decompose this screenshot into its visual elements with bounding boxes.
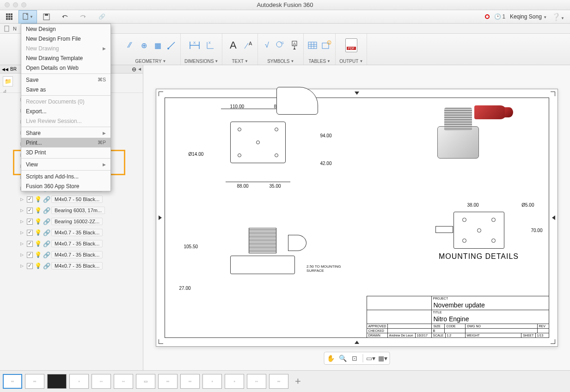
minimize-dot[interactable] xyxy=(13,2,18,7)
sheet-thumb[interactable]: ▫▫ xyxy=(180,374,200,389)
sheet-thumb[interactable]: ◦◦ xyxy=(114,374,133,389)
top-view: 110.00 82.00 94.00 42.00 Ø14.00 88.00 35… xyxy=(202,108,313,163)
menu-item: Live Review Session... xyxy=(21,116,110,126)
svg-point-4 xyxy=(167,48,169,49)
text-icon[interactable]: A xyxy=(226,38,240,52)
menu-item[interactable]: Scripts and Add-Ins... xyxy=(21,172,110,181)
sheet-thumb[interactable]: ▭ xyxy=(136,374,155,389)
center-mark-icon[interactable]: ⊕ xyxy=(139,38,149,52)
tree-row[interactable]: ▷💡🔗M4x0.7 - 35 Black... xyxy=(0,249,143,260)
zoom-dot[interactable] xyxy=(21,2,26,7)
traffic-lights xyxy=(0,2,26,7)
svg-rect-12 xyxy=(308,42,317,49)
surface-icon[interactable]: √ xyxy=(262,38,272,52)
data-panel-icon[interactable] xyxy=(0,10,18,24)
menu-item[interactable]: Share▶ xyxy=(21,128,110,138)
line-icon[interactable]: ∕∕ xyxy=(125,38,135,52)
ordinate-icon[interactable]: X xyxy=(205,38,215,52)
tree-row[interactable]: ▷💡🔗Bearing 6003, 17m... xyxy=(0,205,143,216)
quick-access-toolbar: ▼ 🔗 🕑1 Keqing Song ▼ ❔▼ xyxy=(0,10,570,24)
help-icon[interactable]: ❔▼ xyxy=(552,12,564,21)
tree-row[interactable]: ▷💡🔗M4x0.7 - 35 Black... xyxy=(0,238,143,249)
isometric-view xyxy=(428,103,530,163)
ribbon-group-output: OUTPUT▼ xyxy=(336,34,367,65)
sheet-thumb[interactable] xyxy=(47,374,67,389)
menu-item[interactable]: Save as xyxy=(21,85,110,94)
svg-text:X: X xyxy=(208,41,211,44)
tree-row[interactable]: ▷💡🔗M4x0.7 - 50 Black... xyxy=(0,194,143,205)
menu-item[interactable]: Save⌘S xyxy=(21,75,110,85)
menu-item[interactable]: Fusion 360 App Store xyxy=(21,181,110,191)
sheet-thumb[interactable]: ▫▫ xyxy=(158,374,178,389)
drawing-canvas[interactable]: 110.00 82.00 94.00 42.00 Ø14.00 88.00 35… xyxy=(143,65,570,370)
recent-icon[interactable]: 🕑1 xyxy=(494,13,505,20)
menu-item[interactable]: New Drawing Template xyxy=(21,53,110,63)
menu-item[interactable]: Open Details on Web xyxy=(21,63,110,73)
tree-row[interactable]: ▷💡🔗M4x0.7 - 35 Black... xyxy=(0,227,143,238)
save-icon[interactable] xyxy=(37,10,55,24)
ribbon-group-tables: 1 TABLES▼ xyxy=(304,34,336,65)
leader-text-icon[interactable]: A xyxy=(244,38,254,52)
undo-icon[interactable] xyxy=(55,10,74,24)
nav-toolbar: ✋ 🔍 ⊡ ▭▾ ▦▾ xyxy=(324,352,390,365)
ribbon-group-geometry: ∕∕ ⊕ ▦ GEOMETRY▼ xyxy=(121,34,181,65)
mounting-view: 38.00 Ø5.00 70.00 MOUNTING DETAILS xyxy=(428,205,530,261)
title-block: PROJECT November update TITLE Nitro Engi… xyxy=(367,296,549,338)
zoom-icon[interactable]: 🔍 xyxy=(337,353,348,363)
display-icon[interactable]: ▭▾ xyxy=(365,353,376,363)
drawing-sheet: 110.00 82.00 94.00 42.00 Ø14.00 88.00 35… xyxy=(156,89,558,347)
add-sheet-button[interactable]: + xyxy=(291,375,305,387)
balloon-table-icon[interactable]: 1 xyxy=(321,38,331,52)
svg-text:1: 1 xyxy=(328,41,330,44)
record-icon[interactable] xyxy=(485,14,490,19)
sheet-thumb[interactable]: ▫ xyxy=(69,374,89,389)
ribbon-group-text: A A TEXT▼ xyxy=(222,34,258,65)
svg-rect-2 xyxy=(45,14,48,16)
ribbon-group-dimensions: X X DIMENSIONS▼ xyxy=(181,34,222,65)
pan-icon[interactable]: ✋ xyxy=(325,353,336,363)
sheet-thumb[interactable]: ◦◦ xyxy=(92,374,111,389)
center-pattern-icon[interactable]: ▦ xyxy=(153,38,163,52)
dimension-icon[interactable]: X xyxy=(188,38,202,52)
folder-icon[interactable]: 📁 xyxy=(3,76,13,86)
close-dot[interactable] xyxy=(5,2,10,7)
menu-item[interactable]: Export... xyxy=(21,106,110,116)
window-titlebar: Autodesk Fusion 360 xyxy=(0,0,570,10)
sheet-thumb[interactable]: ▫▫ xyxy=(3,374,22,389)
datum-target-icon[interactable]: +1 xyxy=(276,38,286,52)
sheet-thumb[interactable]: ▫▫ xyxy=(269,374,288,389)
file-menu-button[interactable]: ▼ xyxy=(18,10,37,24)
sheet-thumbnails: ▫▫ ▫▫ ▫ ◦◦ ◦◦ ▭ ▫▫ ▫▫ ▫ ▫ ◦◦ ▫▫ + xyxy=(0,370,570,392)
link-icon[interactable]: 🔗 xyxy=(92,10,111,24)
redo-icon[interactable] xyxy=(74,10,92,24)
sheet-thumb[interactable]: ▫▫ xyxy=(25,374,44,389)
menu-item: New Drawing▶ xyxy=(21,43,110,53)
svg-text:+1: +1 xyxy=(280,41,284,44)
edge-ext-icon[interactable] xyxy=(166,38,177,52)
table-icon[interactable] xyxy=(307,38,318,52)
sheet-thumb[interactable]: ▫ xyxy=(225,374,244,389)
mounting-title: MOUNTING DETAILS xyxy=(428,252,530,261)
menu-item[interactable]: View▶ xyxy=(21,159,110,169)
svg-text:A: A xyxy=(293,42,296,46)
menu-item: Recover Documents (0) xyxy=(21,97,110,106)
tree-row[interactable]: ▷💡🔗Bearing 16002-2Z... xyxy=(0,216,143,227)
pdf-icon[interactable] xyxy=(344,38,358,52)
tree-row[interactable]: ▷💡🔗M4x0.7 - 35 Black... xyxy=(0,260,143,271)
front-view: 105.50 27.00 2.50 TO MOUNTING SURFACE xyxy=(184,223,318,279)
datum-id-icon[interactable]: A xyxy=(289,38,300,52)
file-menu-dropdown: New DesignNew Design From FileNew Drawin… xyxy=(21,24,111,191)
sheet-thumb[interactable]: ▫ xyxy=(202,374,222,389)
grid-snap-icon[interactable]: ▦▾ xyxy=(377,353,388,363)
document-icon xyxy=(4,25,10,32)
menu-item[interactable]: Print...⌘P xyxy=(21,138,110,147)
menu-item[interactable]: New Design xyxy=(21,24,110,34)
menu-item[interactable]: New Design From File xyxy=(21,34,110,43)
menu-item[interactable]: 3D Print xyxy=(21,147,110,157)
sheet-thumb[interactable]: ◦◦ xyxy=(247,374,266,389)
zoom-window-icon[interactable]: ⊡ xyxy=(349,353,360,363)
svg-text:A: A xyxy=(249,41,252,46)
tab-label[interactable]: N xyxy=(13,26,17,31)
svg-text:X: X xyxy=(193,41,196,45)
user-menu[interactable]: Keqing Song ▼ xyxy=(510,13,547,20)
